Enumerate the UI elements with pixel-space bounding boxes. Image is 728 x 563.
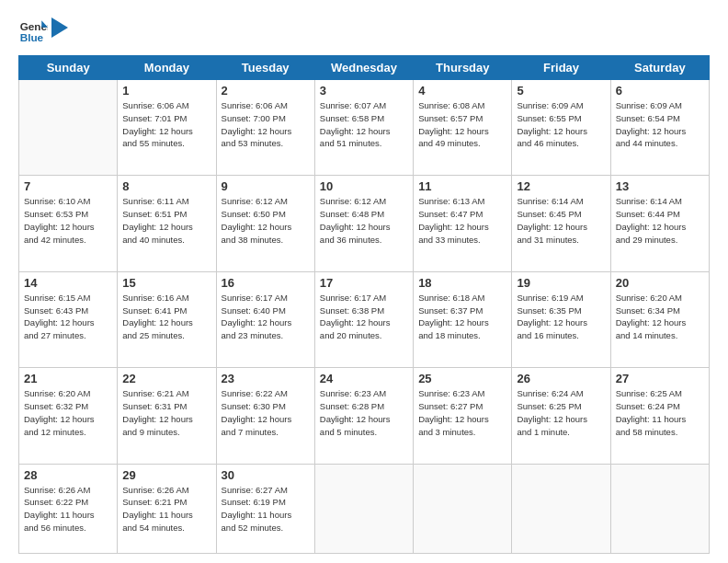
day-header-monday: Monday xyxy=(118,56,216,80)
day-info: Sunrise: 6:24 AMSunset: 6:25 PMDaylight:… xyxy=(517,387,605,438)
calendar-cell: 3Sunrise: 6:07 AMSunset: 6:58 PMDaylight… xyxy=(314,80,413,176)
day-number: 28 xyxy=(24,468,112,482)
day-number: 3 xyxy=(320,84,408,98)
day-info: Sunrise: 6:15 AMSunset: 6:43 PMDaylight:… xyxy=(24,292,112,342)
day-number: 21 xyxy=(24,372,112,385)
calendar-cell: 2Sunrise: 6:06 AMSunset: 7:00 PMDaylight… xyxy=(216,80,314,176)
day-header-wednesday: Wednesday xyxy=(314,56,413,80)
calendar-cell: 8Sunrise: 6:11 AMSunset: 6:51 PMDaylight… xyxy=(118,176,216,271)
calendar-cell: 27Sunrise: 6:25 AMSunset: 6:24 PMDayligh… xyxy=(610,368,709,464)
calendar-week-3: 14Sunrise: 6:15 AMSunset: 6:43 PMDayligh… xyxy=(19,271,710,367)
calendar-week-1: 1Sunrise: 6:06 AMSunset: 7:01 PMDaylight… xyxy=(19,80,710,176)
calendar-cell: 14Sunrise: 6:15 AMSunset: 6:43 PMDayligh… xyxy=(19,271,118,367)
day-info: Sunrise: 6:14 AMSunset: 6:44 PMDaylight:… xyxy=(616,195,704,246)
calendar-table: SundayMondayTuesdayWednesdayThursdayFrid… xyxy=(18,55,710,554)
calendar-cell: 24Sunrise: 6:23 AMSunset: 6:28 PMDayligh… xyxy=(314,368,413,464)
day-number: 27 xyxy=(616,372,704,385)
day-number: 9 xyxy=(222,179,310,193)
calendar-page: General Blue SundayMondayTuesdayWednesda… xyxy=(0,0,728,563)
day-info: Sunrise: 6:21 AMSunset: 6:31 PMDaylight:… xyxy=(122,387,210,438)
calendar-cell: 10Sunrise: 6:12 AMSunset: 6:48 PMDayligh… xyxy=(314,176,413,271)
calendar-cell xyxy=(414,464,512,553)
day-number: 6 xyxy=(616,84,704,98)
calendar-cell: 9Sunrise: 6:12 AMSunset: 6:50 PMDaylight… xyxy=(216,176,314,271)
calendar-cell xyxy=(19,80,118,176)
day-number: 5 xyxy=(517,84,605,98)
calendar-cell: 16Sunrise: 6:17 AMSunset: 6:40 PMDayligh… xyxy=(216,271,314,367)
calendar-week-4: 21Sunrise: 6:20 AMSunset: 6:32 PMDayligh… xyxy=(19,368,710,464)
logo-icon: General Blue xyxy=(18,17,48,46)
day-info: Sunrise: 6:06 AMSunset: 7:01 PMDaylight:… xyxy=(122,99,210,150)
day-number: 7 xyxy=(24,179,112,193)
day-header-friday: Friday xyxy=(512,56,610,80)
day-info: Sunrise: 6:08 AMSunset: 6:57 PMDaylight:… xyxy=(418,99,506,150)
day-info: Sunrise: 6:23 AMSunset: 6:28 PMDaylight:… xyxy=(320,387,408,438)
day-number: 17 xyxy=(320,276,408,290)
calendar-cell xyxy=(512,464,610,553)
calendar-cell: 4Sunrise: 6:08 AMSunset: 6:57 PMDaylight… xyxy=(414,80,512,176)
day-number: 8 xyxy=(122,179,210,193)
calendar-cell: 12Sunrise: 6:14 AMSunset: 6:45 PMDayligh… xyxy=(512,176,610,271)
calendar-cell: 15Sunrise: 6:16 AMSunset: 6:41 PMDayligh… xyxy=(118,271,216,367)
day-info: Sunrise: 6:11 AMSunset: 6:51 PMDaylight:… xyxy=(122,195,210,246)
logo-arrow-icon xyxy=(51,17,68,38)
calendar-cell: 28Sunrise: 6:26 AMSunset: 6:22 PMDayligh… xyxy=(19,464,118,553)
calendar-cell: 22Sunrise: 6:21 AMSunset: 6:31 PMDayligh… xyxy=(118,368,216,464)
day-info: Sunrise: 6:17 AMSunset: 6:38 PMDaylight:… xyxy=(320,292,408,342)
calendar-cell: 17Sunrise: 6:17 AMSunset: 6:38 PMDayligh… xyxy=(314,271,413,367)
svg-marker-3 xyxy=(51,17,68,38)
calendar-cell: 21Sunrise: 6:20 AMSunset: 6:32 PMDayligh… xyxy=(19,368,118,464)
day-number: 22 xyxy=(122,372,210,385)
day-number: 20 xyxy=(616,276,704,290)
day-info: Sunrise: 6:22 AMSunset: 6:30 PMDaylight:… xyxy=(222,387,310,438)
day-number: 30 xyxy=(222,468,310,482)
day-number: 14 xyxy=(24,276,112,290)
day-number: 13 xyxy=(616,179,704,193)
day-info: Sunrise: 6:12 AMSunset: 6:48 PMDaylight:… xyxy=(320,195,408,246)
day-header-saturday: Saturday xyxy=(610,56,709,80)
day-info: Sunrise: 6:09 AMSunset: 6:54 PMDaylight:… xyxy=(616,99,704,150)
calendar-cell: 20Sunrise: 6:20 AMSunset: 6:34 PMDayligh… xyxy=(610,271,709,367)
calendar-cell: 25Sunrise: 6:23 AMSunset: 6:27 PMDayligh… xyxy=(414,368,512,464)
calendar-cell: 29Sunrise: 6:26 AMSunset: 6:21 PMDayligh… xyxy=(118,464,216,553)
svg-text:Blue: Blue xyxy=(20,31,44,43)
day-number: 24 xyxy=(320,372,408,385)
day-number: 29 xyxy=(122,468,210,482)
calendar-cell xyxy=(314,464,413,553)
day-header-sunday: Sunday xyxy=(19,56,118,80)
calendar-cell: 19Sunrise: 6:19 AMSunset: 6:35 PMDayligh… xyxy=(512,271,610,367)
day-number: 23 xyxy=(222,372,310,385)
calendar-header-row: SundayMondayTuesdayWednesdayThursdayFrid… xyxy=(19,56,710,80)
calendar-cell: 23Sunrise: 6:22 AMSunset: 6:30 PMDayligh… xyxy=(216,368,314,464)
logo: General Blue xyxy=(18,17,68,46)
day-info: Sunrise: 6:26 AMSunset: 6:21 PMDaylight:… xyxy=(122,484,210,534)
calendar-cell: 30Sunrise: 6:27 AMSunset: 6:19 PMDayligh… xyxy=(216,464,314,553)
header: General Blue xyxy=(18,17,710,46)
day-number: 1 xyxy=(122,84,210,98)
day-number: 16 xyxy=(222,276,310,290)
day-info: Sunrise: 6:20 AMSunset: 6:34 PMDaylight:… xyxy=(616,292,704,342)
calendar-cell: 6Sunrise: 6:09 AMSunset: 6:54 PMDaylight… xyxy=(610,80,709,176)
day-number: 2 xyxy=(222,84,310,98)
day-info: Sunrise: 6:13 AMSunset: 6:47 PMDaylight:… xyxy=(418,195,506,246)
day-info: Sunrise: 6:06 AMSunset: 7:00 PMDaylight:… xyxy=(222,99,310,150)
day-number: 19 xyxy=(517,276,605,290)
day-info: Sunrise: 6:17 AMSunset: 6:40 PMDaylight:… xyxy=(222,292,310,342)
calendar-cell: 13Sunrise: 6:14 AMSunset: 6:44 PMDayligh… xyxy=(610,176,709,271)
day-info: Sunrise: 6:14 AMSunset: 6:45 PMDaylight:… xyxy=(517,195,605,246)
day-info: Sunrise: 6:19 AMSunset: 6:35 PMDaylight:… xyxy=(517,292,605,342)
day-number: 10 xyxy=(320,179,408,193)
calendar-week-5: 28Sunrise: 6:26 AMSunset: 6:22 PMDayligh… xyxy=(19,464,710,553)
day-info: Sunrise: 6:20 AMSunset: 6:32 PMDaylight:… xyxy=(24,387,112,438)
day-number: 15 xyxy=(122,276,210,290)
day-header-thursday: Thursday xyxy=(414,56,512,80)
calendar-cell: 18Sunrise: 6:18 AMSunset: 6:37 PMDayligh… xyxy=(414,271,512,367)
day-info: Sunrise: 6:12 AMSunset: 6:50 PMDaylight:… xyxy=(222,195,310,246)
calendar-week-2: 7Sunrise: 6:10 AMSunset: 6:53 PMDaylight… xyxy=(19,176,710,271)
day-info: Sunrise: 6:16 AMSunset: 6:41 PMDaylight:… xyxy=(122,292,210,342)
day-info: Sunrise: 6:27 AMSunset: 6:19 PMDaylight:… xyxy=(222,484,310,534)
day-number: 25 xyxy=(418,372,506,385)
day-number: 4 xyxy=(418,84,506,98)
calendar-cell: 11Sunrise: 6:13 AMSunset: 6:47 PMDayligh… xyxy=(414,176,512,271)
day-number: 12 xyxy=(517,179,605,193)
